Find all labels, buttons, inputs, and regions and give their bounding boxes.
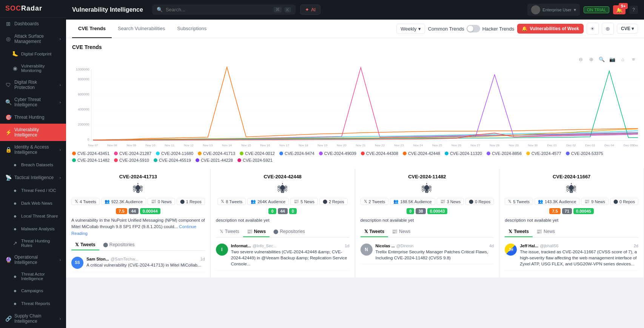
svg-text:Dec 06: Dec 06 [633, 144, 638, 147]
sidebar-item-attack-surface[interactable]: ◎ Attack Surface Management › [0, 30, 66, 48]
sidebar-item-malware-analysis[interactable]: ● Malware Analysis [0, 222, 66, 235]
zoom-out-icon[interactable]: ⊖ [576, 55, 585, 64]
sidebar-item-breach-datasets[interactable]: ● Breach Datasets [0, 158, 66, 171]
repos-stat: ⬤ 0 Repos [610, 198, 638, 205]
hacker-trends-toggle[interactable] [467, 25, 480, 32]
zoom-in-icon[interactable]: ⊕ [587, 55, 596, 64]
news-stat: 📰 9 News [581, 198, 609, 205]
cve-tab-repos[interactable]: ⬤ Repositories [99, 240, 139, 250]
logo: SOCRadar [0, 0, 66, 17]
sidebar-item-dark-web[interactable]: ● Dark Web News [0, 197, 66, 210]
cve-card-11667: CVE-2024-11667 🕷 𝕏 5 Tweets 👥 143.3K Aud… [499, 169, 644, 277]
sidebar-item-identity-access[interactable]: 🔒 Identity & Access Intelligence › [0, 141, 66, 158]
search-chart-icon[interactable]: 🔍 [597, 55, 606, 64]
tweet-avatar: I [216, 244, 228, 256]
user-badge[interactable]: Enterprise User ▾ [527, 4, 579, 16]
main-card: CVE Trends Search Vulnerabilities Subscr… [66, 20, 644, 277]
chevron-down-icon: ▾ [574, 7, 576, 12]
cve-tab-repos[interactable]: ⬤ Repositories [270, 227, 309, 237]
user-avatar [531, 5, 540, 14]
tactical-icon: 📡 [5, 175, 11, 181]
period-selector[interactable]: Weekly ▾ [396, 24, 425, 34]
download-icon[interactable]: 📷 [608, 55, 617, 64]
menu-icon[interactable]: ≡ [629, 55, 638, 64]
sidebar-item-digital-risk[interactable]: 🛡 Digital Risk Protection › [0, 76, 66, 93]
x-tab-icon: 𝕏 [75, 242, 79, 247]
cve-tab-tweets[interactable]: 𝕏 Tweets [216, 227, 243, 237]
audience-stat: 👥 143.3K Audience [535, 198, 579, 205]
plus-icon-button[interactable]: ⊕ [602, 23, 614, 35]
ai-button[interactable]: ✦ AI [300, 5, 320, 15]
cve-dropdown[interactable]: CVE ▾ [617, 24, 638, 34]
score-badges: 7.5 44 0.00044 [71, 208, 205, 214]
chevron-icon: › [60, 317, 61, 321]
cve-tab-news[interactable]: 📰 News [533, 227, 559, 237]
sidebar-item-vulnerability-intelligence[interactable]: ⚡ Vulnerability Intelligence [0, 124, 66, 141]
help-button[interactable]: ? [629, 6, 638, 14]
sidebar-item-digital-footprint[interactable]: 🦶 Digital Footprint [0, 48, 66, 60]
tab-cve-trends[interactable]: CVE Trends [72, 20, 112, 38]
cve-tab-tweets[interactable]: 𝕏 Tweets [71, 240, 99, 250]
svg-text:Nov 15: Nov 15 [241, 144, 251, 147]
sidebar-item-threat-hunting[interactable]: 🎯 Threat Hunting [0, 111, 66, 124]
x-icon: 𝕏 [508, 199, 512, 204]
sidebar-item-threat-reports[interactable]: ● Threat Reports [0, 297, 66, 310]
legend-cve-45519: CVE-2024-45519 [154, 158, 191, 162]
news-tab-icon: 📰 [247, 229, 253, 234]
sidebar-item-cyber-threat[interactable]: 🔍 Cyber Threat Intelligence › [0, 93, 66, 111]
cve-description: description not available yet [361, 217, 494, 224]
repos-stat: ⬤ 2 Repos [319, 198, 348, 205]
repos-icon: ⬤ [323, 199, 327, 204]
cve-card-11482: CVE-2024-11482 🕷 𝕏 2 Tweets 👥 188.5K Aud… [355, 169, 500, 277]
svg-text:Nov 21: Nov 21 [356, 144, 366, 147]
chart-tools: ⊖ ⊕ 🔍 📷 ⌂ ≡ [72, 55, 638, 64]
chevron-icon: › [60, 100, 61, 104]
news-tab-icon: 📰 [536, 229, 542, 234]
tweet-text: A critical vulnerability (CVE-2024-41713… [86, 262, 205, 268]
sidebar-item-supply-chain[interactable]: 🔗 Supply Chain Intelligence › [0, 310, 66, 327]
sidebar-item-vulnerability-monitoring[interactable]: ◉ Vulnerability Monitoring [0, 60, 66, 76]
spider-icon: 🕷 [566, 182, 577, 195]
cve-tab-tweets[interactable]: 𝕏 Tweets [361, 227, 388, 237]
cve-stats: 𝕏 5 Tweets 👥 143.3K Audience 📰 9 News [505, 198, 638, 205]
sidebar-item-tactical-intel[interactable]: 📡 Tactical Intelligence › [0, 171, 66, 184]
sun-icon-button[interactable]: ☀ [587, 23, 599, 35]
search-input[interactable] [166, 7, 271, 12]
svg-text:Dec 02: Dec 02 [566, 144, 576, 147]
tab-subscriptions[interactable]: Subscriptions [171, 20, 213, 38]
threat-reports-icon: ● [12, 300, 18, 307]
news-icon: 📰 [440, 199, 445, 204]
svg-text:Nov 25: Nov 25 [432, 144, 442, 147]
svg-text:Nov 08: Nov 08 [108, 144, 117, 147]
svg-text:Nov 22: Nov 22 [375, 144, 385, 147]
cve-card-41713: CVE-2024-41713 🕷 𝕏 4 Tweets 👥 922.3K Aud… [66, 169, 211, 277]
cve-tab-news[interactable]: 📰 News [388, 227, 414, 237]
legend-cve-5910: CVE-2024-5910 [114, 158, 149, 162]
cve-card-tabs: 𝕏 Tweets 📰 News ⬤ Repositories [216, 227, 350, 238]
sidebar-item-campaigns[interactable]: ● Campaigns [0, 284, 66, 297]
tweets-stat: 𝕏 8 Tweets [217, 198, 246, 205]
tab-search-vuln[interactable]: Search Vulnerabilities [112, 20, 171, 38]
search-bar[interactable]: 🔍 ⌘ K [152, 5, 296, 15]
legend-cve-0012: CVE-2024-0012 [240, 151, 275, 156]
audience-icon: 👥 [105, 199, 110, 204]
svg-text:200000: 200000 [78, 123, 89, 126]
cve-tab-tweets[interactable]: 𝕏 Tweets [505, 227, 533, 237]
score-epss: 44 [278, 208, 288, 214]
vuln-week-button[interactable]: 🔔 Vulnerabilities of Week [517, 24, 584, 34]
tweet-avatar: N [361, 244, 373, 256]
legend-cve-11320: CVE-2024-11320 [445, 151, 482, 156]
home-icon[interactable]: ⌂ [618, 55, 627, 64]
cve-tab-news[interactable]: 📰 News [243, 227, 270, 237]
sidebar-item-local-threat[interactable]: ● Local Threat Share [0, 210, 66, 222]
svg-text:600000: 600000 [78, 92, 89, 96]
svg-text:Nov 30: Nov 30 [528, 144, 538, 147]
sidebar-item-threat-hunting-rules[interactable]: ↗ Threat Hunting Rules [0, 235, 66, 251]
sidebar-item-dashboards[interactable]: ⊞ Dashboards [0, 17, 66, 30]
sidebar-item-threat-actor[interactable]: ● Threat Actor Intelligence [0, 268, 66, 284]
sidebar-item-operational-intel[interactable]: 🔮 Operational Intelligence › [0, 251, 66, 268]
chart-legend: CVE-2024-43451 CVE-2024-21287 CVE-2024-1… [72, 151, 638, 162]
legend-cve-41713: CVE-2024-41713 [198, 151, 235, 156]
audience-icon: 👥 [251, 199, 256, 204]
sidebar-item-threat-feed[interactable]: ● Threat Feed / IOC [0, 184, 66, 197]
